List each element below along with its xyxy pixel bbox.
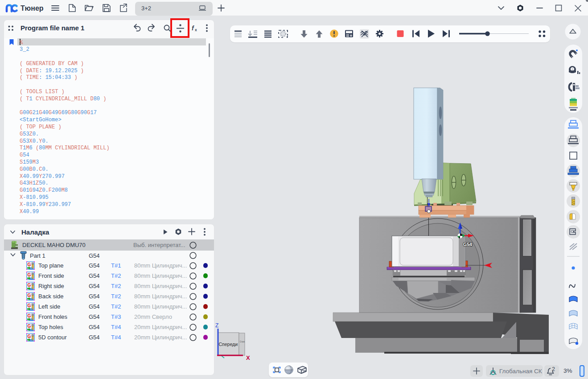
svg-text:2: 2 [552,366,555,372]
svg-text:X: X [246,354,250,361]
svg-text:f: f [192,25,194,32]
svg-text:Спереди: Спереди [219,342,238,347]
svg-text:Тюнер: Тюнер [21,4,44,12]
svg-text:G54: G54 [463,242,472,247]
svg-text:x: x [195,28,197,32]
svg-text:Наладка: Наладка [21,228,49,236]
svg-text:3+2: 3+2 [141,5,151,12]
svg-text:Спра: Спра [240,341,245,343]
svg-text:Z: Z [215,322,218,329]
svg-text:Глобальная СК: Глобальная СК [499,368,542,375]
